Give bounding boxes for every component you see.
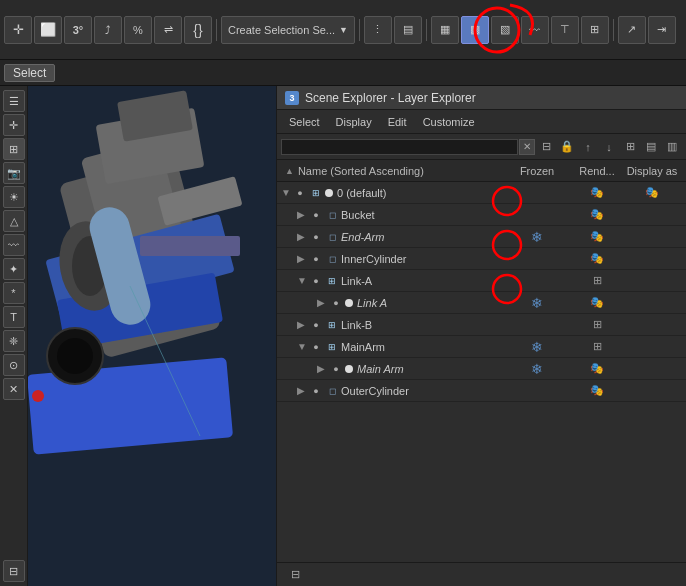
percent-icon[interactable]: % [124, 16, 152, 44]
rend-icon: 🎭 [590, 362, 604, 375]
svg-point-13 [57, 338, 93, 374]
se-collapse-icon[interactable]: ▥ [662, 138, 682, 156]
braces-icon[interactable]: {} [184, 16, 212, 44]
visibility-icon[interactable]: ● [309, 230, 323, 244]
clear-search-button[interactable]: ✕ [519, 139, 535, 155]
visibility-icon[interactable]: ● [309, 340, 323, 354]
se-menu-display[interactable]: Display [328, 114, 380, 130]
table-row[interactable]: ▶ ● ⊞ Link-B ⊞ [277, 314, 686, 336]
se-lock-icon[interactable]: 🔒 [557, 138, 577, 156]
expand-icon[interactable]: ▶ [317, 297, 329, 308]
col-rend-header[interactable]: Rend... [572, 165, 622, 177]
table-row[interactable]: ▶ ● ◻ Bucket 🎭 [277, 204, 686, 226]
visibility-icon[interactable]: ● [329, 362, 343, 376]
move-icon[interactable]: ✛ [4, 16, 32, 44]
ls-move-icon[interactable]: ✛ [3, 114, 25, 136]
visibility-icon[interactable]: ● [329, 296, 343, 310]
create-selection-button[interactable]: Create Selection Se... ▼ [221, 16, 355, 44]
se-filter-icon[interactable]: ⊟ [536, 138, 556, 156]
col-display-header[interactable]: Display as [622, 165, 682, 177]
scene-explorer-list[interactable]: ▼ ● ⊞ 0 (default) 🎭 🎭 ▶ ● ◻ Bucket 🎭 [277, 182, 686, 562]
separator4 [613, 19, 614, 41]
col-frozen-header[interactable]: Frozen [502, 165, 572, 177]
cursor-icon[interactable]: ↗ [618, 16, 646, 44]
pin-icon[interactable]: ⊤ [551, 16, 579, 44]
ls-helper-icon[interactable]: ✦ [3, 258, 25, 280]
ls-layer-icon[interactable]: ⊞ [3, 138, 25, 160]
layer-icon[interactable]: ▦ [431, 16, 459, 44]
table-row[interactable]: ▶ ● Link A ❄ 🎭 [277, 292, 686, 314]
table-row[interactable]: ▶ ● ◻ InnerCylinder 🎭 [277, 248, 686, 270]
search-input[interactable] [281, 139, 518, 155]
expand-icon[interactable]: ▼ [297, 341, 309, 352]
svg-rect-17 [140, 236, 240, 256]
table-row[interactable]: ▼ ● ⊞ MainArm ❄ ⊞ [277, 336, 686, 358]
ls-light-icon[interactable]: ☀ [3, 186, 25, 208]
row-label: Bucket [341, 209, 502, 221]
wave-icon[interactable]: 〰 [521, 16, 549, 44]
secondary-toolbar: Select [0, 60, 686, 86]
visibility-icon[interactable]: ● [293, 186, 307, 200]
ls-select-icon[interactable]: ☰ [3, 90, 25, 112]
expand-icon[interactable]: ▶ [297, 209, 309, 220]
scale-icon[interactable]: ⬜ [34, 16, 62, 44]
se-menu-edit[interactable]: Edit [380, 114, 415, 130]
select-menu-item[interactable]: Select [4, 64, 55, 82]
ls-camera-icon[interactable]: 📷 [3, 162, 25, 184]
active-dot [345, 365, 353, 373]
col-name-header[interactable]: ▲ Name (Sorted Ascending) [281, 165, 502, 177]
ls-filter-icon[interactable]: ⊟ [3, 560, 25, 582]
visibility-icon[interactable]: ● [309, 274, 323, 288]
ls-particle-icon[interactable]: ❈ [3, 330, 25, 352]
rend-icon: 🎭 [590, 384, 604, 397]
expand-icon[interactable]: ▶ [297, 319, 309, 330]
table-row[interactable]: ▶ ● Main Arm ❄ 🎭 [277, 358, 686, 380]
table-row[interactable]: ▶ ● ◻ End-Arm ❄ 🎭 [277, 226, 686, 248]
ls-body-icon[interactable]: ⊙ [3, 354, 25, 376]
rend-icon: 🎭 [590, 186, 604, 199]
mirror-icon[interactable]: ⇌ [154, 16, 182, 44]
se-menu-customize[interactable]: Customize [415, 114, 483, 130]
ls-space-icon[interactable]: * [3, 282, 25, 304]
visibility-icon[interactable]: ● [309, 252, 323, 266]
expand-icon[interactable]: ▧ [491, 16, 519, 44]
expand-right-icon[interactable]: ⇥ [648, 16, 676, 44]
table-row[interactable]: ▼ ● ⊞ Link-A ⊞ [277, 270, 686, 292]
ls-shape-icon[interactable]: 〰 [3, 234, 25, 256]
rend-icon: ⊞ [593, 340, 602, 353]
filter-icon[interactable]: ⋮ [364, 16, 392, 44]
layers-alt-icon[interactable]: ▩ [461, 16, 489, 44]
expand-icon[interactable]: ▶ [317, 363, 329, 374]
expand-icon[interactable]: ▶ [297, 231, 309, 242]
ls-type-icon[interactable]: T [3, 306, 25, 328]
se-arrow-up-icon[interactable]: ↑ [578, 138, 598, 156]
se-expand-icon[interactable]: ▤ [641, 138, 661, 156]
visibility-icon[interactable]: ● [309, 208, 323, 222]
visibility-icon[interactable]: ● [309, 318, 323, 332]
footer-filter-icon[interactable]: ⊟ [285, 566, 305, 584]
obj-type-icon: ◻ [325, 208, 339, 222]
dropdown-arrow-icon: ▼ [339, 25, 348, 35]
se-menu-select[interactable]: Select [281, 114, 328, 130]
expand-icon[interactable]: ▶ [297, 385, 309, 396]
scene-explorer-panel: 3 Scene Explorer - Layer Explorer Select… [276, 86, 686, 586]
rotate3d-icon[interactable]: 3° [64, 16, 92, 44]
table-row[interactable]: ▶ ● ◻ OuterCylinder 🎭 [277, 380, 686, 402]
row-label: OuterCylinder [341, 385, 502, 397]
visibility-icon[interactable]: ● [309, 384, 323, 398]
rend-icon: 🎭 [590, 208, 604, 221]
ls-bone-icon[interactable]: ✕ [3, 378, 25, 400]
obj-type-icon: ◻ [325, 230, 339, 244]
expand-icon[interactable]: ▶ [297, 253, 309, 264]
align-icon[interactable]: ▤ [394, 16, 422, 44]
se-layers-icon[interactable]: ⊞ [620, 138, 640, 156]
path-icon[interactable]: ⤴ [94, 16, 122, 44]
viewport-content [0, 86, 276, 586]
row-label: InnerCylinder [341, 253, 502, 265]
table-row[interactable]: ▼ ● ⊞ 0 (default) 🎭 🎭 [277, 182, 686, 204]
expand-icon[interactable]: ▼ [281, 187, 293, 198]
se-arrow-down-icon[interactable]: ↓ [599, 138, 619, 156]
ls-geo-icon[interactable]: △ [3, 210, 25, 232]
expand-icon[interactable]: ▼ [297, 275, 309, 286]
grid-icon[interactable]: ⊞ [581, 16, 609, 44]
